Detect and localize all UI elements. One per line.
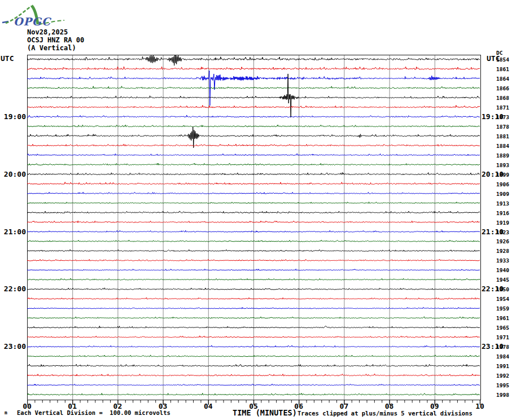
logo-text: OPGC (14, 15, 52, 28)
dc-column-header: DC (496, 50, 523, 56)
x-tick-label: 09 (425, 402, 444, 410)
left-time-label: 22:00 (0, 285, 26, 293)
left-time-label: 20:00 (0, 170, 26, 178)
dc-value: 1868 (496, 95, 523, 101)
utc-label-left: UTC (1, 54, 14, 63)
left-time-label: 23:00 (0, 342, 26, 351)
dc-value: 1881 (496, 133, 523, 139)
x-axis-title: TIME (MINUTES) (233, 408, 297, 417)
dc-value: 1909 (496, 191, 523, 197)
dc-value: 1884 (496, 143, 523, 149)
seismogram-plot (27, 55, 481, 409)
dc-value: 1906 (496, 181, 523, 187)
dc-value: 1961 (496, 315, 523, 321)
dc-value: 1940 (496, 267, 523, 273)
dc-value: 1864 (496, 76, 523, 82)
dc-value: 1992 (496, 373, 523, 379)
dc-value: 1919 (496, 220, 523, 226)
left-time-label: 19:00 (0, 112, 26, 121)
header-date: Nov28,2025 (27, 28, 68, 36)
dc-value: 1889 (496, 152, 523, 159)
dc-value: 1893 (496, 162, 523, 168)
left-time-label: 21:00 (0, 228, 26, 236)
dc-value: 1873 (496, 114, 523, 120)
dc-value: 1965 (496, 325, 523, 331)
dc-value: 1923 (496, 229, 523, 235)
dc-value: 1995 (496, 382, 523, 388)
opgc-logo: OPGC (1, 2, 69, 28)
corner-glyph: m (5, 410, 7, 415)
dc-value: 1959 (496, 305, 523, 312)
x-tick-label: 04 (199, 402, 218, 410)
dc-value: 1954 (496, 296, 523, 302)
header-component: (A Vertical) (27, 44, 76, 52)
dc-value: 1913 (496, 200, 523, 207)
dc-value: 1899 (496, 172, 523, 178)
dc-value: 1945 (496, 277, 523, 283)
dc-value: 1861 (496, 66, 523, 72)
dc-value: 1854 (496, 56, 523, 63)
dc-value: 1871 (496, 104, 523, 111)
helicorder-page: OPGC Nov28,2025 OCSJ HNZ RA 00 (A Vertic… (0, 0, 525, 420)
scale-note: Each Vertical Division = 100.00 microvol… (17, 409, 170, 416)
clip-note: Traces clipped at plus/minus 5 vertical … (298, 410, 473, 417)
dc-value: 1998 (496, 392, 523, 398)
dc-value: 1984 (496, 353, 523, 360)
x-tick-label: 08 (380, 402, 399, 410)
dc-value: 1991 (496, 363, 523, 369)
x-tick-label: 07 (334, 402, 353, 410)
dc-value: 1916 (496, 210, 523, 216)
dc-value: 1926 (496, 238, 523, 244)
dc-value: 1933 (496, 257, 523, 264)
dc-value: 1950 (496, 286, 523, 292)
dc-value: 1866 (496, 85, 523, 91)
dc-value: 1978 (496, 344, 523, 350)
dc-value: 1928 (496, 248, 523, 254)
header-station: OCSJ HNZ RA 00 (27, 36, 84, 44)
dc-value: 1878 (496, 124, 523, 130)
x-tick-label: 10 (470, 402, 489, 410)
dc-value: 1971 (496, 334, 523, 340)
